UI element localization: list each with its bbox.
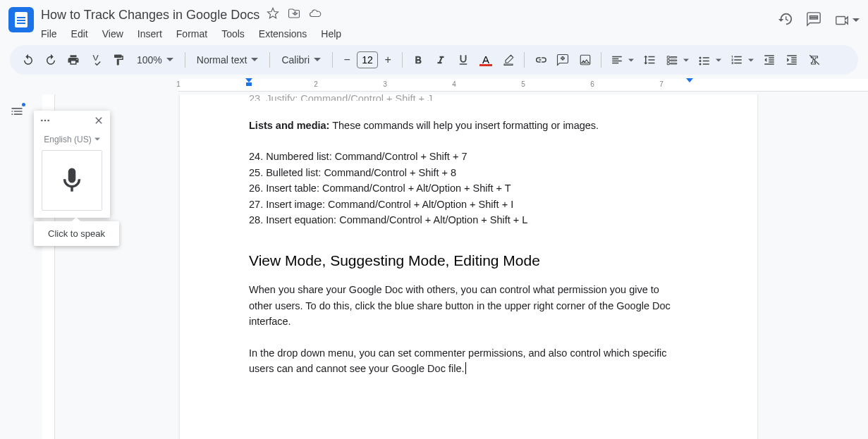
ruler-number: 3 [383,80,387,88]
italic-button[interactable] [431,50,451,70]
decrease-font-button[interactable]: − [338,51,355,68]
voice-tooltip: Click to speak [34,221,119,246]
history-icon[interactable] [778,11,793,30]
document-page[interactable]: 23. Justify: Command/Control + Shift + J… [180,94,757,439]
paint-format-button[interactable] [109,50,128,70]
line-spacing-button[interactable] [640,50,659,70]
increase-indent-button[interactable] [782,50,802,70]
horizontal-ruler[interactable]: 1 2 3 4 5 6 7 [178,79,868,92]
star-icon[interactable] [267,7,279,23]
ruler-number: 4 [452,80,456,88]
doc-title[interactable]: How to Track Changes in Google Docs [41,8,259,23]
doc-text: 26. Insert table: Command/Control + Alt/… [249,180,688,196]
toolbar: 100% Normal text Calibri − + A [10,45,858,75]
svg-point-0 [41,120,43,122]
decrease-indent-button[interactable] [759,50,779,70]
close-icon[interactable] [93,115,104,129]
menu-format[interactable]: Format [176,28,207,39]
menu-edit[interactable]: Edit [71,28,88,39]
docs-logo[interactable] [8,7,34,32]
doc-text: Lists and media: These commands will hel… [249,118,688,133]
insert-image-button[interactable] [575,50,595,70]
align-dropdown[interactable] [628,54,637,66]
doc-text: 23. Justify: Command/Control + Shift + J [249,94,688,101]
ruler-number: 6 [590,80,594,88]
style-select[interactable]: Normal text [191,54,264,66]
clear-formatting-button[interactable] [805,50,824,70]
more-icon[interactable] [39,115,51,129]
numbered-list-dropdown[interactable] [748,54,757,66]
menu-file[interactable]: File [41,28,57,39]
redo-button[interactable] [41,50,61,70]
zoom-select[interactable]: 100% [131,54,179,66]
bulleted-list-dropdown[interactable] [716,54,724,66]
doc-text: 27. Insert image: Command/Control + Alt/… [249,197,688,212]
doc-text: 28. Insert equation: Command/Control + A… [249,212,688,228]
bulleted-list-button[interactable] [695,50,714,70]
ruler-number: 1 [176,80,181,88]
menu-help[interactable]: Help [321,28,341,39]
align-button[interactable] [607,50,627,70]
print-button[interactable] [63,50,83,70]
doc-heading: View Mode, Suggesting Mode, Editing Mode [249,249,688,273]
right-indent-marker[interactable] [686,78,693,82]
undo-button[interactable] [18,50,38,70]
ruler-number: 5 [521,80,525,88]
spellcheck-button[interactable] [86,50,106,70]
outline-toggle-button[interactable] [6,101,28,121]
voice-language-select[interactable]: English (US) [34,133,110,150]
text-cursor [465,362,466,374]
left-indent-marker[interactable] [245,78,252,86]
microphone-button[interactable] [42,150,102,211]
ruler-number: 7 [659,80,664,88]
checklist-dropdown[interactable] [683,54,692,66]
doc-text: In the drop down menu, you can set comme… [249,345,679,377]
svg-point-2 [47,120,49,122]
menu-view[interactable]: View [102,28,123,39]
text-color-button[interactable]: A [476,50,496,70]
underline-button[interactable] [453,50,473,70]
highlight-button[interactable] [499,50,518,70]
voice-typing-panel: English (US) [34,111,110,218]
menu-insert[interactable]: Insert [137,28,162,39]
bold-button[interactable] [408,50,428,70]
doc-text: When you share your Google Doc with othe… [249,282,679,329]
doc-text: 25. Bulleted list: Command/Control + Shi… [249,165,688,180]
ruler-number: 2 [314,80,318,88]
doc-text: 24. Numbered list: Command/Control + Shi… [249,149,688,164]
menu-tools[interactable]: Tools [221,28,245,39]
link-button[interactable] [530,50,550,70]
add-comment-button[interactable] [553,50,573,70]
video-call-button[interactable] [834,13,860,28]
move-icon[interactable] [288,7,300,23]
cloud-icon[interactable] [309,7,322,23]
font-size-input[interactable] [357,51,378,68]
svg-point-1 [44,120,47,122]
numbered-list-button[interactable] [727,50,747,70]
increase-font-button[interactable]: + [379,51,396,68]
comment-icon[interactable] [806,11,821,30]
menu-extensions[interactable]: Extensions [259,28,307,39]
font-select[interactable]: Calibri [276,54,326,66]
checklist-button[interactable] [662,50,682,70]
